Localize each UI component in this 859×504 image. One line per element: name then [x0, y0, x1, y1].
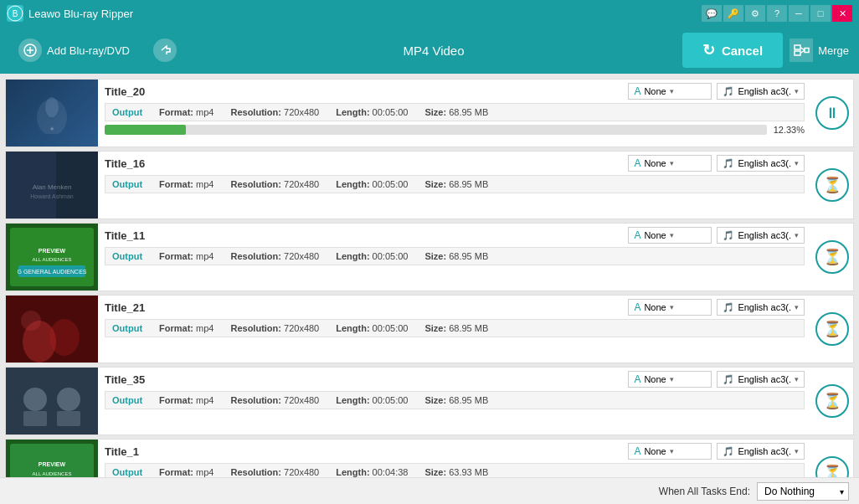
- bottom-bar: When All Tasks End: Do Nothing Shutdown …: [0, 477, 859, 504]
- title-name-1: Title_1: [105, 445, 139, 458]
- svg-point-26: [21, 311, 41, 331]
- thumb-11: PREVIEW ALL AUDIENCES G GENERAL AUDIENCE…: [6, 224, 98, 291]
- card-meta-21: Output Format: mp4 Resolution: 720x480 L…: [105, 319, 805, 337]
- title-card-21: Title_21 A None ▾ 🎵 English ac3(. ▾ Outp…: [5, 295, 854, 363]
- toolbar: Add Blu-ray/DVD MP4 Video ↻ Cancel Merge: [0, 27, 859, 74]
- action-btn-16[interactable]: ⏳: [811, 152, 853, 219]
- svg-rect-6: [795, 51, 800, 55]
- title-card-35: Title_35 A None ▾ 🎵 English ac3(. ▾ Outp…: [5, 367, 854, 435]
- svg-text:G GENERAL AUDIENCES: G GENERAL AUDIENCES: [18, 269, 87, 275]
- minimize-btn[interactable]: ─: [789, 5, 809, 22]
- card-meta-35: Output Format: mp4 Resolution: 720x480 L…: [105, 391, 805, 409]
- audio-dropdown-35[interactable]: 🎵 English ac3(. ▾: [717, 371, 805, 388]
- settings-btn[interactable]: ⚙: [745, 5, 765, 22]
- tasks-end-select-wrapper[interactable]: Do Nothing Shutdown Hibernate Sleep: [757, 482, 849, 501]
- app-icon: B: [7, 5, 23, 22]
- title-card-16: Alan Menken Howard Ashman Title_16 A Non…: [5, 151, 854, 219]
- thumb-35: [6, 368, 98, 435]
- subtitle-dropdown-35[interactable]: A None ▾: [628, 371, 712, 388]
- svg-text:ALL AUDIENCES: ALL AUDIENCES: [33, 257, 72, 262]
- subtitle-dropdown-16[interactable]: A None ▾: [628, 155, 712, 172]
- svg-point-28: [23, 388, 47, 411]
- subtitle-dropdown-1[interactable]: A None ▾: [628, 443, 712, 460]
- svg-text:PREVIEW: PREVIEW: [39, 461, 66, 467]
- content-area: ★ Title_20 A None ▾ 🎵 English ac3(. ▾: [0, 74, 859, 477]
- maximize-btn[interactable]: □: [810, 5, 831, 22]
- title-name-20: Title_20: [105, 85, 145, 98]
- card-meta-16: Output Format: mp4 Resolution: 720x480 L…: [105, 175, 805, 193]
- audio-dropdown-11[interactable]: 🎵 English ac3(. ▾: [717, 227, 805, 244]
- refresh-icon: ↻: [702, 41, 715, 59]
- svg-point-29: [57, 388, 80, 411]
- thumb-21: [6, 296, 98, 363]
- svg-text:★: ★: [49, 126, 54, 131]
- hourglass-button-16[interactable]: ⏳: [815, 168, 849, 202]
- svg-text:PREVIEW: PREVIEW: [39, 248, 66, 254]
- title-card-11: PREVIEW ALL AUDIENCES G GENERAL AUDIENCE…: [5, 223, 854, 291]
- action-btn-20[interactable]: ⏸: [811, 80, 853, 147]
- card-meta-1: Output Format: mp4 Resolution: 720x480 L…: [105, 463, 805, 477]
- svg-rect-9: [805, 49, 809, 53]
- svg-text:ALL AUDIENCES: ALL AUDIENCES: [33, 471, 72, 476]
- svg-rect-31: [57, 411, 80, 426]
- svg-text:Alan Menken: Alan Menken: [33, 183, 72, 191]
- title-card-1: PREVIEW ALL AUDIENCES G GENERAL AUDIENCE…: [5, 439, 854, 477]
- thumb-1: PREVIEW ALL AUDIENCES G GENERAL AUDIENCE…: [6, 440, 98, 477]
- format-label: MP4 Video: [192, 44, 676, 58]
- msg-icon-btn[interactable]: 💬: [702, 5, 722, 22]
- svg-rect-27: [6, 368, 98, 435]
- progress-text-20: 12.33%: [774, 125, 805, 135]
- merge-icon: [790, 39, 813, 62]
- title-bar: B Leawo Blu-ray Ripper 💬 🔑 ⚙ ? ─ □ ✕: [0, 0, 859, 27]
- app-title: Leawo Blu-ray Ripper: [28, 8, 702, 20]
- add-bluray-button[interactable]: Add Blu-ray/DVD: [10, 33, 138, 67]
- progress-bar-bg-20: [105, 125, 767, 135]
- hourglass-button-35[interactable]: ⏳: [815, 384, 849, 418]
- arrow-icon: [153, 39, 177, 62]
- merge-label: Merge: [818, 44, 849, 57]
- action-btn-35[interactable]: ⏳: [811, 368, 853, 435]
- add-bluray-label: Add Blu-ray/DVD: [47, 44, 130, 57]
- title-name-11: Title_11: [105, 229, 145, 242]
- cancel-label: Cancel: [722, 44, 763, 58]
- svg-point-11: [45, 97, 59, 117]
- audio-dropdown-16[interactable]: 🎵 English ac3(. ▾: [717, 155, 805, 172]
- hourglass-button-11[interactable]: ⏳: [815, 240, 849, 274]
- progress-bar-fill-20: [105, 125, 186, 135]
- audio-dropdown-20[interactable]: 🎵 English ac3(. ▾: [717, 83, 805, 100]
- svg-rect-30: [23, 411, 47, 426]
- action-btn-1[interactable]: ⏳: [811, 440, 853, 477]
- pause-button-20[interactable]: ⏸: [815, 96, 849, 130]
- tasks-end-label: When All Tasks End:: [659, 486, 750, 497]
- title-name-16: Title_16: [105, 157, 145, 170]
- thumb-16: Alan Menken Howard Ashman: [6, 152, 98, 219]
- progress-row-20: 12.33%: [105, 125, 805, 135]
- key-icon-btn[interactable]: 🔑: [723, 5, 743, 22]
- card-meta-11: Output Format: mp4 Resolution: 720x480 L…: [105, 247, 805, 265]
- add-icon: [18, 39, 42, 62]
- title-card-20: ★ Title_20 A None ▾ 🎵 English ac3(. ▾: [5, 79, 854, 147]
- merge-button[interactable]: Merge: [790, 39, 849, 62]
- subtitle-dropdown-20[interactable]: A None ▾: [628, 83, 712, 100]
- svg-rect-5: [795, 45, 800, 49]
- audio-dropdown-1[interactable]: 🎵 English ac3(. ▾: [717, 443, 805, 460]
- svg-text:B: B: [13, 9, 18, 18]
- help-btn[interactable]: ?: [767, 5, 787, 22]
- thumb-20: ★: [6, 80, 98, 147]
- audio-dropdown-21[interactable]: 🎵 English ac3(. ▾: [717, 299, 805, 316]
- subtitle-dropdown-21[interactable]: A None ▾: [628, 299, 712, 316]
- title-name-21: Title_21: [105, 301, 145, 314]
- close-btn[interactable]: ✕: [832, 5, 852, 22]
- cancel-button[interactable]: ↻ Cancel: [682, 33, 783, 68]
- title-name-35: Title_35: [105, 373, 145, 386]
- hourglass-button-21[interactable]: ⏳: [815, 312, 849, 346]
- action-btn-11[interactable]: ⏳: [811, 224, 853, 291]
- action-btn-21[interactable]: ⏳: [811, 296, 853, 363]
- tasks-end-select[interactable]: Do Nothing Shutdown Hibernate Sleep: [757, 482, 849, 501]
- hourglass-button-1[interactable]: ⏳: [815, 456, 849, 477]
- card-meta-20: Output Format: mp4 Resolution: 720x480 L…: [105, 103, 805, 121]
- subtitle-dropdown-11[interactable]: A None ▾: [628, 227, 712, 244]
- svg-point-25: [49, 319, 80, 356]
- arrow-button[interactable]: [145, 33, 185, 67]
- svg-text:Howard Ashman: Howard Ashman: [30, 193, 73, 199]
